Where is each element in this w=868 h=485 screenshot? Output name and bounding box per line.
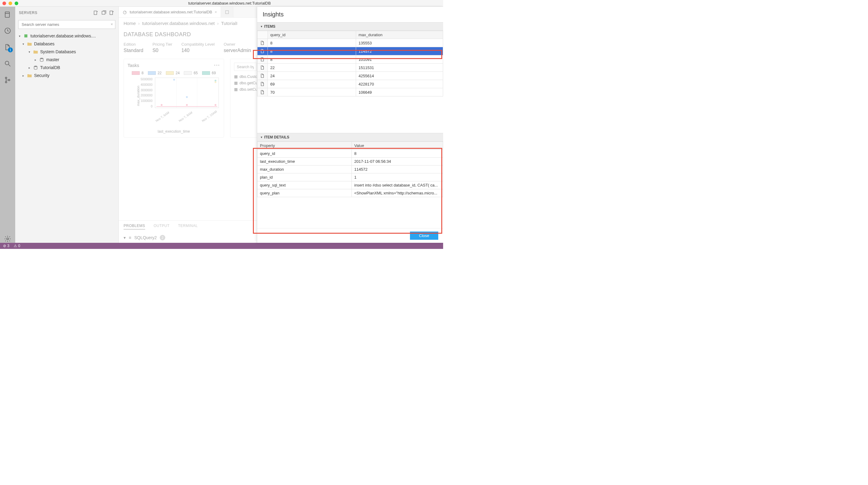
tab-terminal[interactable]: TERMINAL bbox=[178, 224, 198, 229]
meta-label: Edition bbox=[124, 42, 143, 46]
chevron-down-icon: ▾ bbox=[21, 42, 25, 46]
tab-secondary[interactable] bbox=[221, 7, 234, 17]
titlebar: tutorialserver.database.windows.net:Tuto… bbox=[0, 0, 443, 7]
status-errors[interactable]: ⊘ 3 bbox=[3, 244, 9, 248]
new-connection-icon[interactable] bbox=[93, 10, 99, 16]
history-activity-icon[interactable] bbox=[4, 27, 11, 35]
new-query-icon[interactable] bbox=[108, 10, 115, 16]
tree-security-node[interactable]: ▸ Security bbox=[15, 71, 118, 79]
source-control-activity-icon[interactable] bbox=[4, 76, 11, 84]
column-header-max-duration[interactable]: max_duration bbox=[356, 31, 443, 39]
legend-item: 22 bbox=[148, 71, 162, 75]
legend-item: 69 bbox=[202, 71, 216, 75]
tree-databases-node[interactable]: ▾ Databases bbox=[15, 40, 118, 48]
cell-property: last_execution_time bbox=[257, 158, 352, 165]
row-icon bbox=[257, 88, 268, 96]
explorer-activity-icon[interactable]: 1 bbox=[4, 43, 11, 51]
svg-rect-11 bbox=[110, 11, 113, 14]
chevron-down-icon[interactable]: ▾ bbox=[124, 235, 126, 240]
table-row[interactable]: 244255614 bbox=[257, 72, 443, 80]
status-warning-count: 0 bbox=[18, 244, 21, 248]
problems-count-badge: 2 bbox=[160, 235, 165, 240]
column-header-property[interactable]: Property bbox=[257, 142, 352, 150]
ytick: 0 bbox=[135, 105, 153, 108]
object-search-input[interactable] bbox=[234, 63, 256, 71]
items-section-header[interactable]: ▾ ITEMS bbox=[257, 22, 443, 31]
tree-label: System Databases bbox=[40, 49, 76, 54]
meta-label: Pricing Tier bbox=[153, 42, 172, 46]
breadcrumb-home[interactable]: Home bbox=[124, 21, 136, 26]
tab-dashboard[interactable]: tutorialserver.database.windows.net:Tuto… bbox=[119, 7, 221, 17]
table-row[interactable]: query_id8 bbox=[257, 150, 443, 158]
list-item[interactable]: ▦dbo.Custo bbox=[234, 73, 256, 80]
zoom-window-button[interactable] bbox=[14, 2, 18, 5]
details-section-header[interactable]: ▾ ITEM DETAILS bbox=[257, 133, 443, 141]
server-search-box[interactable]: × bbox=[18, 20, 115, 29]
list-item[interactable]: ▦dbo.getCu bbox=[234, 80, 256, 86]
cell-max-duration: 106649 bbox=[356, 88, 443, 96]
tree-master-node[interactable]: ▸ master bbox=[15, 56, 118, 64]
table-row[interactable]: 221511531 bbox=[257, 64, 443, 72]
activity-bar: 1 bbox=[0, 7, 15, 243]
clear-search-icon[interactable]: × bbox=[111, 22, 113, 27]
close-button[interactable]: Close bbox=[410, 231, 438, 240]
xtick: Nov 7, 8AM bbox=[178, 111, 193, 123]
icon-column-header bbox=[257, 31, 268, 39]
status-warnings[interactable]: ⚠ 0 bbox=[14, 244, 21, 248]
column-header-value[interactable]: Value bbox=[352, 142, 443, 150]
cell-max-duration: 4228170 bbox=[356, 80, 443, 88]
tab-problems[interactable]: PROBLEMS bbox=[124, 224, 145, 229]
minimize-window-button[interactable] bbox=[8, 2, 12, 5]
breadcrumb-server[interactable]: tutorialserver.database.windows.net bbox=[142, 21, 215, 26]
new-server-group-icon[interactable] bbox=[101, 10, 107, 16]
xtick: Nov 7, 6AM bbox=[155, 111, 170, 123]
flyout-footer: Close bbox=[257, 228, 443, 243]
table-row[interactable]: 8114572 bbox=[257, 47, 443, 55]
svg-rect-10 bbox=[102, 11, 105, 14]
cell-property: query_id bbox=[257, 150, 352, 158]
tab-output[interactable]: OUTPUT bbox=[154, 224, 169, 229]
problems-file[interactable]: SQLQuery2 bbox=[134, 235, 157, 240]
chart-legend: 8 22 24 65 69 bbox=[127, 71, 220, 75]
legend-item: 24 bbox=[166, 71, 180, 75]
table-row[interactable]: max_duration114572 bbox=[257, 165, 443, 173]
table-row[interactable]: 8101091 bbox=[257, 55, 443, 64]
table-row[interactable]: 8135553 bbox=[257, 39, 443, 47]
status-bar: ⊘ 3 ⚠ 0 bbox=[0, 243, 443, 249]
meta-owner: Owner serverAdmin bbox=[224, 42, 251, 53]
cell-value: <ShowPlanXML xmlns="http://schemas.micro… bbox=[352, 189, 443, 197]
folder-icon bbox=[33, 49, 38, 55]
table-row[interactable]: plan_id1 bbox=[257, 173, 443, 181]
cell-query-id: 24 bbox=[268, 72, 356, 80]
chevron-right-icon: › bbox=[138, 21, 140, 26]
close-window-button[interactable] bbox=[2, 2, 6, 5]
table-row[interactable]: query_sql_textinsert into #dso select da… bbox=[257, 181, 443, 189]
legend-label: 8 bbox=[142, 71, 144, 75]
table-row[interactable]: 694228170 bbox=[257, 80, 443, 88]
table-row[interactable]: last_execution_time2017-11-07 06:56:34 bbox=[257, 158, 443, 165]
column-header-query-id[interactable]: query_id bbox=[268, 31, 356, 39]
chevron-down-icon: ▾ bbox=[261, 25, 262, 28]
list-item-label: dbo.Custo bbox=[240, 74, 257, 79]
tasks-chart: max_duration 5000000 4000000 3000000 200… bbox=[135, 77, 220, 114]
table-icon: ▦ bbox=[234, 74, 238, 79]
ytick: 2000000 bbox=[135, 94, 153, 97]
servers-activity-icon[interactable] bbox=[4, 10, 11, 18]
ytick: 4000000 bbox=[135, 83, 153, 87]
table-row[interactable]: 70106649 bbox=[257, 88, 443, 96]
search-activity-icon[interactable] bbox=[4, 60, 11, 68]
tree-server-node[interactable]: ▾ tutorialserver.database.windows.... bbox=[15, 32, 118, 40]
legend-item: 8 bbox=[132, 71, 144, 75]
table-row[interactable]: query_plan<ShowPlanXML xmlns="http://sch… bbox=[257, 189, 443, 197]
svg-point-14 bbox=[34, 66, 37, 67]
breadcrumb-db[interactable]: TutorialI bbox=[221, 21, 238, 26]
card-menu-icon[interactable]: ••• bbox=[214, 63, 220, 68]
sidebar-header: SERVERS bbox=[15, 7, 118, 19]
cell-max-duration: 135553 bbox=[356, 39, 443, 47]
list-item[interactable]: ▦dbo.setCu bbox=[234, 86, 256, 93]
tree-tutorialdb-node[interactable]: ▸ TutorialDB bbox=[15, 64, 118, 71]
tab-close-icon[interactable]: × bbox=[215, 10, 217, 14]
settings-gear-icon[interactable] bbox=[4, 235, 11, 243]
server-search-input[interactable] bbox=[18, 20, 115, 29]
tree-system-databases-node[interactable]: ▾ System Databases bbox=[15, 48, 118, 56]
